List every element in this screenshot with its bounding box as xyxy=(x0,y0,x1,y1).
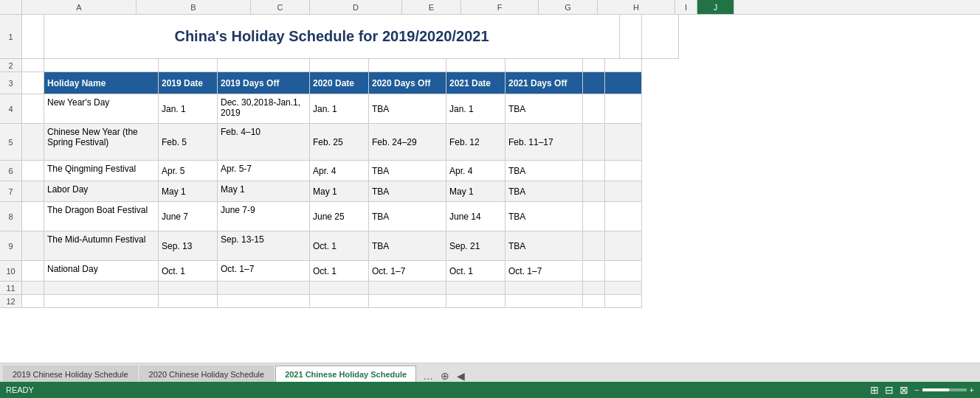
cell-9i[interactable] xyxy=(583,231,605,261)
cell-5j[interactable] xyxy=(605,124,642,161)
cell-4a[interactable] xyxy=(22,94,44,124)
cell-4d[interactable]: Dec. 30,2018-Jan.1, 2019 xyxy=(218,94,310,124)
cell-5h[interactable]: Feb. 11–17 xyxy=(505,124,583,161)
cell-8j[interactable] xyxy=(605,202,642,231)
cell-2d[interactable] xyxy=(218,59,310,72)
cell-11i[interactable] xyxy=(583,282,605,295)
cell-1a[interactable] xyxy=(22,15,44,59)
col-header-e[interactable]: E xyxy=(402,0,461,14)
cell-9g[interactable]: Sep. 21 xyxy=(446,231,505,261)
cell-9j[interactable] xyxy=(605,231,642,261)
cell-6i[interactable] xyxy=(583,161,605,181)
cell-10d[interactable]: Oct. 1–7 xyxy=(218,261,310,282)
cell-12a[interactable] xyxy=(22,295,44,308)
cell-10b[interactable]: National Day xyxy=(44,261,159,282)
tab-ellipsis[interactable]: … xyxy=(421,370,435,382)
cell-7a[interactable] xyxy=(22,181,44,202)
col-header-f[interactable]: F xyxy=(461,0,539,14)
cell-9c[interactable]: Sep. 13 xyxy=(159,231,218,261)
cell-7g[interactable]: May 1 xyxy=(446,181,505,202)
cell-11f[interactable] xyxy=(369,282,446,295)
cell-4b[interactable]: New Year's Day xyxy=(44,94,159,124)
tab-2[interactable]: 2021 Chinese Holiday Schedule xyxy=(275,366,416,382)
cell-7i[interactable] xyxy=(583,181,605,202)
cell-3j[interactable] xyxy=(605,72,642,94)
cell-11a[interactable] xyxy=(22,282,44,295)
cell-2e[interactable] xyxy=(310,59,369,72)
cell-7e[interactable]: May 1 xyxy=(310,181,369,202)
cell-10e[interactable]: Oct. 1 xyxy=(310,261,369,282)
cell-2a[interactable] xyxy=(22,59,44,72)
col-header-i[interactable]: I xyxy=(675,0,697,14)
cell-11e[interactable] xyxy=(310,282,369,295)
cell-2j[interactable] xyxy=(605,59,642,72)
cell-6b[interactable]: The Qingming Festival xyxy=(44,161,159,181)
cell-2i[interactable] xyxy=(583,59,605,72)
cell-10i[interactable] xyxy=(583,261,605,282)
cell-4c[interactable]: Jan. 1 xyxy=(159,94,218,124)
cell-9d[interactable]: Sep. 13-15 xyxy=(218,231,310,261)
cell-4j[interactable] xyxy=(605,94,642,124)
col-header-j[interactable]: J xyxy=(697,0,734,14)
cell-3a[interactable] xyxy=(22,72,44,94)
col-header-h[interactable]: H xyxy=(598,0,675,14)
cell-10a[interactable] xyxy=(22,261,44,282)
cell-6h[interactable]: TBA xyxy=(505,161,583,181)
view-normal-icon[interactable]: ⊞ xyxy=(870,384,879,396)
cell-7b[interactable]: Labor Day xyxy=(44,181,159,202)
cell-5c[interactable]: Feb. 5 xyxy=(159,124,218,161)
cell-1j[interactable] xyxy=(642,15,679,59)
cell-9h[interactable]: TBA xyxy=(505,231,583,261)
cell-2c[interactable] xyxy=(159,59,218,72)
cell-6j[interactable] xyxy=(605,161,642,181)
col-header-a[interactable]: A xyxy=(22,0,137,14)
cell-8a[interactable] xyxy=(22,202,44,231)
zoom-in-icon[interactable]: + xyxy=(970,385,974,394)
view-break-icon[interactable]: ⊠ xyxy=(900,384,908,396)
cell-5f[interactable]: Feb. 24–29 xyxy=(369,124,446,161)
cell-4e[interactable]: Jan. 1 xyxy=(310,94,369,124)
cell-7h[interactable]: TBA xyxy=(505,181,583,202)
col-header-g[interactable]: G xyxy=(539,0,598,14)
cell-5i[interactable] xyxy=(583,124,605,161)
cell-4h[interactable]: TBA xyxy=(505,94,583,124)
cell-5b[interactable]: Chinese New Year (the Spring Festival) xyxy=(44,124,159,161)
cell-8h[interactable]: TBA xyxy=(505,202,583,231)
cell-6e[interactable]: Apr. 4 xyxy=(310,161,369,181)
add-sheet-button[interactable]: ⊕ xyxy=(438,370,452,382)
cell-5d[interactable]: Feb. 4–10 xyxy=(218,124,310,161)
cell-2h[interactable] xyxy=(505,59,583,72)
cell-3i[interactable] xyxy=(583,72,605,94)
cell-11j[interactable] xyxy=(605,282,642,295)
cell-9f[interactable]: TBA xyxy=(369,231,446,261)
cell-11b[interactable] xyxy=(44,282,159,295)
scroll-left-button[interactable]: ◀ xyxy=(455,370,467,382)
cell-6d[interactable]: Apr. 5-7 xyxy=(218,161,310,181)
cell-8f[interactable]: TBA xyxy=(369,202,446,231)
col-header-c[interactable]: C xyxy=(251,0,310,14)
cell-10j[interactable] xyxy=(605,261,642,282)
cell-9a[interactable] xyxy=(22,231,44,261)
cell-11c[interactable] xyxy=(159,282,218,295)
tab-1[interactable]: 2020 Chinese Holiday Schedule xyxy=(139,366,275,382)
cell-4f[interactable]: TBA xyxy=(369,94,446,124)
cell-10c[interactable]: Oct. 1 xyxy=(159,261,218,282)
cell-5a[interactable] xyxy=(22,124,44,161)
cell-6c[interactable]: Apr. 5 xyxy=(159,161,218,181)
cell-7f[interactable]: TBA xyxy=(369,181,446,202)
cell-8i[interactable] xyxy=(583,202,605,231)
cell-4g[interactable]: Jan. 1 xyxy=(446,94,505,124)
cell-2f[interactable] xyxy=(369,59,446,72)
cell-8b[interactable]: The Dragon Boat Festival xyxy=(44,202,159,231)
cell-6a[interactable] xyxy=(22,161,44,181)
col-header-b[interactable]: B xyxy=(137,0,251,14)
tab-0[interactable]: 2019 Chinese Holiday Schedule xyxy=(3,366,138,382)
cell-10g[interactable]: Oct. 1 xyxy=(446,261,505,282)
cell-7d[interactable]: May 1 xyxy=(218,181,310,202)
col-header-d[interactable]: D xyxy=(310,0,402,14)
zoom-control[interactable]: − + xyxy=(914,385,974,394)
cell-11g[interactable] xyxy=(446,282,505,295)
cell-10f[interactable]: Oct. 1–7 xyxy=(369,261,446,282)
cell-10h[interactable]: Oct. 1–7 xyxy=(505,261,583,282)
cell-11d[interactable] xyxy=(218,282,310,295)
